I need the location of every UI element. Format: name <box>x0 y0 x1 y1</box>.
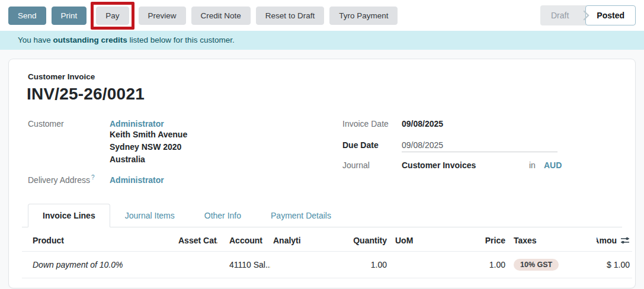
customer-value: Administrator Keith Smith Avenue Sydney … <box>110 119 187 166</box>
banner-bold-text[interactable]: outstanding credits <box>53 36 127 44</box>
fields-left-column: Customer Administrator Keith Smith Avenu… <box>28 119 342 185</box>
customer-address-line3: Australia <box>110 153 187 166</box>
column-header-quantity: Quantity <box>300 231 389 252</box>
invoice-date-value: 09/08/2025 <box>402 119 443 129</box>
status-step-posted[interactable]: Posted <box>585 5 636 25</box>
column-header-account: Account <box>217 231 271 252</box>
tab-journal-items[interactable]: Journal Items <box>110 204 190 227</box>
column-header-price: Price <box>425 231 508 252</box>
journal-label: Journal <box>342 160 402 170</box>
tax-badge[interactable]: 10% GST <box>514 259 559 271</box>
due-date-field: Due Date 09/08/2025 <box>342 140 622 152</box>
cell-taxes[interactable]: 10% GST <box>508 251 597 278</box>
toolbar: Send Print Pay Preview Credit Note Reset… <box>0 0 644 31</box>
cell-quantity[interactable]: 1.00 <box>300 251 389 278</box>
banner-text-suffix: listed below for this customer. <box>127 36 235 44</box>
cell-account[interactable]: 41110 Sal... <box>217 251 271 278</box>
journal-in-text: in <box>529 160 536 170</box>
customer-field: Customer Administrator Keith Smith Avenu… <box>28 119 342 166</box>
optional-columns-icon[interactable] <box>620 236 630 245</box>
reset-to-draft-button[interactable]: Reset to Draft <box>256 7 324 25</box>
cell-product[interactable]: Down payment of 10.0% <box>22 251 176 278</box>
delivery-address-link[interactable]: Administrator <box>110 175 164 185</box>
customer-address-line1: Keith Smith Avenue <box>110 129 187 141</box>
customer-address-line2: Sydney NSW 2020 <box>110 141 187 153</box>
invoice-lines-table: Product Asset Cat... Account Analytic Qu… <box>22 231 632 278</box>
customer-label: Customer <box>28 119 110 129</box>
notebook-tabs: Invoice Lines Journal Items Other Info P… <box>22 204 622 227</box>
tyro-payment-button[interactable]: Tyro Payment <box>329 7 398 25</box>
pay-highlight-annotation: Pay <box>91 2 134 30</box>
due-date-input[interactable]: 09/08/2025 <box>402 140 558 152</box>
tab-other-info[interactable]: Other Info <box>190 204 256 227</box>
customer-link[interactable]: Administrator <box>110 119 164 129</box>
delivery-address-label: Delivery Address? <box>28 174 110 185</box>
invoice-line-row[interactable]: Down payment of 10.0% 41110 Sal... 1.00 … <box>22 251 632 278</box>
invoice-fields: Customer Administrator Keith Smith Avenu… <box>22 119 622 185</box>
preview-button[interactable]: Preview <box>139 7 186 25</box>
fields-right-column: Invoice Date 09/08/2025 Due Date 09/08/2… <box>342 119 622 185</box>
help-question-icon[interactable]: ? <box>91 174 95 181</box>
journal-value[interactable]: Customer Invoices <box>402 160 529 170</box>
credit-note-button[interactable]: Credit Note <box>191 7 251 25</box>
invoice-date-label: Invoice Date <box>342 119 402 129</box>
send-button[interactable]: Send <box>8 7 46 25</box>
tab-invoice-lines[interactable]: Invoice Lines <box>28 204 110 227</box>
delivery-address-field: Delivery Address? Administrator <box>28 174 342 185</box>
due-date-label: Due Date <box>342 140 402 150</box>
cell-amount[interactable]: $ 1.00 <box>597 251 632 278</box>
print-button[interactable]: Print <box>52 7 87 25</box>
cell-price[interactable]: 1.00 <box>425 251 508 278</box>
column-header-analytic: Analytic <box>271 231 300 252</box>
cell-analytic[interactable] <box>271 251 300 278</box>
banner-text-prefix: You have <box>18 36 53 44</box>
column-header-asset-category: Asset Cat... <box>176 231 217 252</box>
column-header-amount: Amou <box>597 231 632 252</box>
invoice-date-field: Invoice Date 09/08/2025 <box>342 119 622 129</box>
invoice-sheet: Customer Invoice INV/25-26/0021 Customer… <box>8 59 636 288</box>
currency-link[interactable]: AUD <box>544 160 562 170</box>
invoice-number: INV/25-26/0021 <box>27 85 622 104</box>
table-header-row: Product Asset Cat... Account Analytic Qu… <box>22 231 632 252</box>
status-step-draft[interactable]: Draft <box>540 5 579 25</box>
cell-asset-category[interactable] <box>176 251 217 278</box>
outstanding-credits-banner: You have outstanding credits listed belo… <box>0 31 644 50</box>
column-header-product: Product <box>22 231 176 252</box>
cell-uom[interactable] <box>389 251 425 278</box>
pay-button[interactable]: Pay <box>96 7 129 25</box>
journal-field: Journal Customer Invoices in AUD <box>342 160 622 170</box>
column-header-uom: UoM <box>389 231 425 252</box>
column-header-taxes: Taxes <box>508 231 597 252</box>
tab-payment-details[interactable]: Payment Details <box>256 204 346 227</box>
document-type-label: Customer Invoice <box>28 72 622 81</box>
status-bar: Draft Posted <box>540 5 636 25</box>
